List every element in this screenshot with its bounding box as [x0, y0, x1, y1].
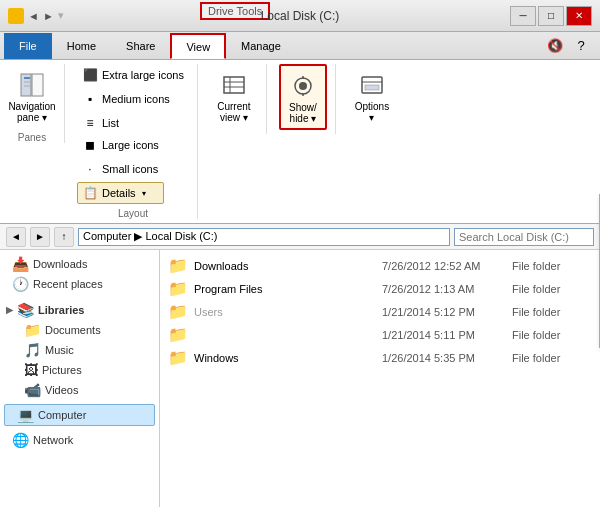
extra-large-label: Extra large icons: [102, 69, 184, 81]
ribbon-content: Navigationpane ▾ Panes ⬛ Extra large ico…: [0, 60, 600, 224]
computer-icon: 💻: [17, 407, 34, 423]
layout-group-label: Layout: [118, 204, 148, 219]
options-button[interactable]: Options▾: [348, 64, 396, 128]
file-icon-users2: 📁: [168, 325, 188, 344]
sidebar-label-recent-places: Recent places: [33, 278, 103, 290]
navigation-pane-icon: [16, 69, 48, 101]
sidebar-item-computer[interactable]: 💻 Computer: [4, 404, 155, 426]
ribbon-right-icons: 🔇 ?: [544, 35, 596, 57]
back-btn[interactable]: ◄: [28, 10, 39, 22]
medium-icon: ▪: [82, 91, 98, 107]
sidebar-section-network: 🌐 Network: [0, 430, 159, 450]
sidebar-label-libraries: Libraries: [38, 304, 84, 316]
ribbon-group-show-hide: Show/hide ▾ ✓ Item check boxes File name…: [279, 64, 336, 134]
details-button[interactable]: 📋 Details ▾: [77, 182, 164, 204]
help-icon[interactable]: ?: [570, 35, 592, 57]
svg-rect-1: [32, 74, 43, 96]
forward-btn[interactable]: ►: [43, 10, 54, 22]
details-label: Details: [102, 187, 136, 199]
svg-rect-5: [224, 77, 244, 93]
videos-icon: 📹: [24, 382, 41, 398]
svg-point-10: [299, 82, 307, 90]
extra-large-icon: ⬛: [82, 67, 98, 83]
window-controls: ─ □ ✕: [510, 6, 592, 26]
search-input[interactable]: [454, 228, 594, 246]
sidebar-label-computer: Computer: [38, 409, 86, 421]
current-view-label: Currentview ▾: [217, 101, 250, 123]
sidebar-item-videos[interactable]: 📹 Videos: [0, 380, 159, 400]
ribbon-group-options: Options▾: [348, 64, 404, 134]
down-btn[interactable]: ▾: [58, 9, 64, 22]
tab-manage[interactable]: Manage: [226, 33, 296, 59]
tab-file[interactable]: File: [4, 33, 52, 59]
file-name-downloads: Downloads: [194, 260, 382, 272]
sidebar-item-music[interactable]: 🎵 Music: [0, 340, 159, 360]
list-button[interactable]: ≡ List: [77, 112, 189, 134]
file-type-windows: File folder: [512, 352, 592, 364]
sidebar-item-recent-places[interactable]: 🕐 Recent places: [0, 274, 159, 294]
extra-large-icons-button[interactable]: ⬛ Extra large icons: [77, 64, 189, 86]
file-type-users2: File folder: [512, 329, 592, 341]
title-bar-left: ◄ ► ▾: [8, 8, 64, 24]
file-type-program-files: File folder: [512, 283, 592, 295]
details-icon: 📋: [82, 185, 98, 201]
close-button[interactable]: ✕: [566, 6, 592, 26]
medium-icons-button[interactable]: ▪ Medium icons: [77, 88, 189, 110]
window-title: Local Disk (C:): [261, 9, 340, 23]
address-input[interactable]: [78, 228, 450, 246]
medium-label: Medium icons: [102, 93, 170, 105]
sidebar-item-downloads[interactable]: 📥 Downloads: [0, 254, 159, 274]
sidebar-label-downloads: Downloads: [33, 258, 87, 270]
sidebar-section-libraries: ▶ 📚 Libraries 📁 Documents 🎵 Music 🖼 Pict…: [0, 298, 159, 400]
current-view-button[interactable]: Currentview ▾: [210, 64, 258, 128]
forward-nav-button[interactable]: ►: [30, 227, 50, 247]
tab-share[interactable]: Share: [111, 33, 170, 59]
maximize-button[interactable]: □: [538, 6, 564, 26]
file-icon-users: 📁: [168, 302, 188, 321]
file-date-downloads: 7/26/2012 12:52 AM: [382, 260, 512, 272]
small-icons-button[interactable]: · Small icons: [77, 158, 164, 180]
libraries-triangle-icon: ▶: [6, 305, 13, 315]
list-icon: ≡: [82, 115, 98, 131]
tab-home[interactable]: Home: [52, 33, 111, 59]
tab-view[interactable]: View: [170, 33, 226, 59]
sidebar-item-pictures[interactable]: 🖼 Pictures: [0, 360, 159, 380]
sidebar: 📥 Downloads 🕐 Recent places ▶ 📚 Librarie…: [0, 250, 160, 507]
ribbon-group-current-view: Currentview ▾: [210, 64, 267, 134]
navigation-pane-button[interactable]: Navigationpane ▾: [8, 64, 56, 128]
sidebar-section-favorites: 📥 Downloads 🕐 Recent places: [0, 254, 159, 294]
sidebar-header-libraries[interactable]: ▶ 📚 Libraries: [0, 298, 159, 320]
ribbon-tabs: File Home Share View Manage 🔇 ?: [0, 32, 600, 60]
sidebar-label-documents: Documents: [45, 324, 101, 336]
navigation-pane-label: Navigationpane ▾: [8, 101, 55, 123]
file-list: 📁 Downloads 7/26/2012 12:52 AM File fold…: [164, 254, 596, 369]
file-item-windows[interactable]: 📁 Windows 1/26/2014 5:35 PM File folder: [164, 346, 596, 369]
file-date-users: 1/21/2014 5:12 PM: [382, 306, 512, 318]
up-nav-button[interactable]: ↑: [54, 227, 74, 247]
layout-buttons: ⬛ Extra large icons ▪ Medium icons ≡ Lis…: [77, 64, 189, 134]
downloads-icon: 📥: [12, 256, 29, 272]
file-item-users2[interactable]: 📁 1/21/2014 5:11 PM File folder: [164, 323, 596, 346]
quick-access-icon: [8, 8, 24, 24]
file-item-program-files[interactable]: 📁 Program Files 7/26/2012 1:13 AM File f…: [164, 277, 596, 300]
file-item-downloads[interactable]: 📁 Downloads 7/26/2012 12:52 AM File fold…: [164, 254, 596, 277]
file-item-users[interactable]: 📁 Users 1/21/2014 5:12 PM File folder: [164, 300, 596, 323]
audio-icon[interactable]: 🔇: [544, 35, 566, 57]
recent-places-icon: 🕐: [12, 276, 29, 292]
music-icon: 🎵: [24, 342, 41, 358]
sidebar-item-documents[interactable]: 📁 Documents: [0, 320, 159, 340]
options-label: Options▾: [355, 101, 389, 123]
libraries-icon: 📚: [17, 302, 34, 318]
show-hide-button[interactable]: Show/hide ▾: [279, 64, 327, 130]
main-area: 📥 Downloads 🕐 Recent places ▶ 📚 Librarie…: [0, 250, 600, 507]
back-nav-button[interactable]: ◄: [6, 227, 26, 247]
large-icons-button[interactable]: ◼ Large icons: [77, 134, 164, 156]
layout-buttons-2: ◼ Large icons · Small icons 📋 Details ▾: [77, 134, 164, 204]
svg-rect-18: [365, 85, 379, 90]
file-area: 📁 Downloads 7/26/2012 12:52 AM File fold…: [160, 250, 600, 507]
network-icon: 🌐: [12, 432, 29, 448]
minimize-button[interactable]: ─: [510, 6, 536, 26]
file-type-downloads: File folder: [512, 260, 592, 272]
show-hide-label: Show/hide ▾: [289, 102, 317, 124]
sidebar-item-network[interactable]: 🌐 Network: [0, 430, 159, 450]
